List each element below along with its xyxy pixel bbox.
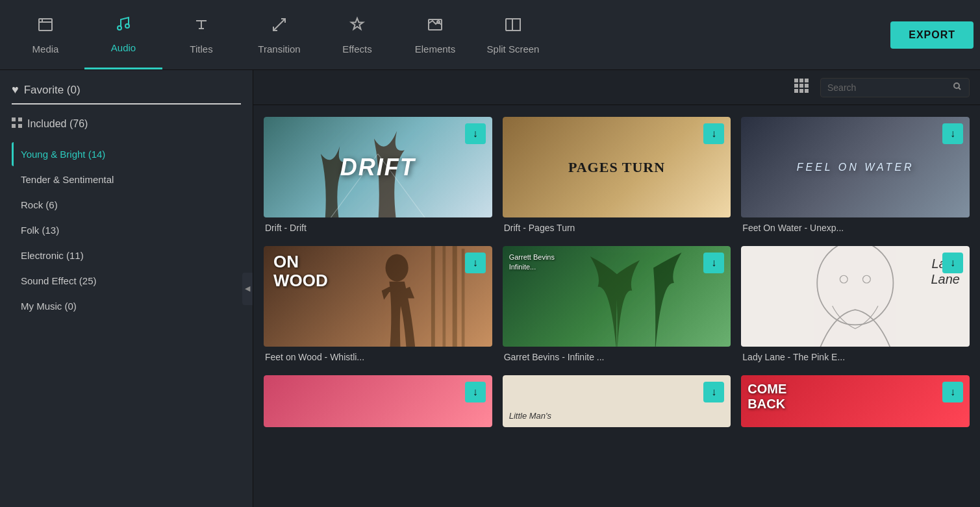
media-icon: [36, 16, 55, 38]
nav-elements-label: Elements: [415, 43, 456, 55]
sidebar-item-electronic-label: Electronic (11): [21, 250, 84, 261]
media-label-drift-pages: Drift - Pages Turn: [503, 217, 731, 236]
search-input[interactable]: [827, 82, 948, 93]
download-badge-feet-wood[interactable]: ↓: [465, 253, 486, 273]
grid-view-button[interactable]: [789, 76, 814, 99]
grid-dots-icon: [12, 117, 22, 130]
sidebar-item-my-music-label: My Music (0): [21, 301, 77, 312]
media-thumb-feet-water: Feel on Water ↓: [741, 117, 970, 217]
sidebar-item-sound-effect[interactable]: Sound Effect (25): [12, 269, 241, 293]
search-icon[interactable]: [952, 81, 962, 94]
included-title[interactable]: Included (76): [12, 117, 241, 130]
export-button[interactable]: EXPORT: [890, 21, 974, 49]
media-label-garret-infinite: Garret Bevins - Infinite ...: [503, 347, 731, 365]
download-badge-feet-water[interactable]: ↓: [942, 123, 963, 144]
sidebar-scroll: ♥ Favorite (0) Included (76): [0, 70, 253, 507]
media-label-drift-drift: Drift - Drift: [264, 217, 492, 236]
split-screen-icon: [504, 16, 522, 38]
svg-rect-26: [453, 246, 457, 347]
download-badge-lady-lane[interactable]: ↓: [942, 253, 963, 273]
titles-icon: [192, 16, 210, 38]
content-toolbar: [253, 70, 980, 105]
media-thumb-drift-drift: DRIFT ↓: [264, 117, 492, 217]
svg-rect-7: [12, 117, 16, 121]
nav-media[interactable]: Media: [6, 0, 84, 69]
download-badge-drift-drift[interactable]: ↓: [465, 123, 486, 144]
svg-rect-24: [431, 246, 435, 347]
nav-effects[interactable]: Effects: [318, 0, 396, 69]
download-badge-drift-pages[interactable]: ↓: [703, 123, 724, 144]
nav-titles-label: Titles: [190, 43, 212, 55]
audio-icon: [114, 14, 132, 37]
media-label-lady-lane: Lady Lane - The Pink E...: [741, 347, 970, 365]
media-card-lady-lane[interactable]: LadyLane ↓ Lady Lane - The Pink E...: [741, 246, 970, 365]
media-label-feet-wood: Feet on Wood - Whistli...: [264, 347, 492, 365]
svg-rect-9: [12, 124, 16, 128]
svg-rect-13: [805, 79, 809, 82]
search-box: [820, 78, 970, 97]
content-panel: DRIFT ↓ Drift - Drift PAGES TURN ↓ Drift…: [253, 70, 980, 507]
sidebar-item-electronic[interactable]: Electronic (11): [12, 243, 241, 267]
nav-transition-label: Transition: [258, 43, 300, 55]
media-card-drift-pages[interactable]: PAGES TURN ↓ Drift - Pages Turn: [503, 117, 731, 236]
svg-rect-8: [18, 117, 22, 121]
media-card-feet-wood[interactable]: ONWOOD ↓ Feet on Wood - Whistli...: [264, 246, 492, 365]
svg-rect-0: [39, 19, 52, 31]
included-label: Included (76): [27, 118, 88, 130]
media-grid: DRIFT ↓ Drift - Drift PAGES TURN ↓ Drift…: [253, 105, 980, 507]
media-card-garret-infinite[interactable]: Garrett BevinsInfinite... ↓ Garret Bevin…: [503, 246, 731, 365]
svg-rect-16: [805, 84, 809, 88]
nav-titles[interactable]: Titles: [162, 0, 240, 69]
svg-rect-15: [799, 84, 803, 88]
nav-split-screen[interactable]: Split Screen: [474, 0, 552, 69]
media-thumb-lady-lane: LadyLane ↓: [741, 246, 970, 347]
media-thumb-row3c: COMEBACK ↓: [741, 375, 970, 427]
media-thumb-drift-pages: PAGES TURN ↓: [503, 117, 731, 217]
transition-icon: [270, 16, 288, 38]
download-badge-row3b[interactable]: ↓: [703, 382, 724, 402]
sidebar-item-tender[interactable]: Tender & Sentimental: [12, 167, 241, 192]
nav-split-screen-label: Split Screen: [487, 43, 540, 55]
media-thumb-feet-wood: ONWOOD ↓: [264, 246, 492, 347]
svg-point-20: [954, 83, 959, 88]
media-card-row3-b[interactable]: Little Man's ↓: [503, 375, 731, 427]
svg-point-28: [818, 246, 894, 325]
media-card-row3-c[interactable]: COMEBACK ↓: [741, 375, 970, 427]
effects-icon: [348, 16, 366, 38]
svg-rect-18: [799, 89, 803, 93]
svg-rect-25: [442, 246, 446, 347]
media-thumb-garret-infinite: Garrett BevinsInfinite... ↓: [503, 246, 731, 347]
sidebar-item-my-music[interactable]: My Music (0): [12, 294, 241, 318]
media-thumb-row3b: Little Man's ↓: [503, 375, 731, 427]
sidebar-favorite[interactable]: ♥ Favorite (0): [12, 83, 241, 105]
nav-media-label: Media: [32, 43, 59, 55]
download-badge-row3c[interactable]: ↓: [942, 382, 963, 402]
svg-rect-19: [805, 89, 809, 93]
media-card-drift-drift[interactable]: DRIFT ↓ Drift - Drift: [264, 117, 492, 236]
nav-audio[interactable]: Audio: [84, 0, 162, 69]
svg-rect-12: [799, 79, 803, 82]
sidebar: ♥ Favorite (0) Included (76): [0, 70, 253, 507]
heart-icon: ♥: [12, 83, 19, 97]
media-card-feet-water[interactable]: Feel on Water ↓ Feet On Water - Unexp...: [741, 117, 970, 236]
media-card-row3-a[interactable]: ↓: [264, 375, 492, 427]
svg-rect-14: [794, 84, 798, 88]
included-section: Included (76) Young & Bright (14) Tender…: [12, 117, 241, 318]
sidebar-item-young-bright[interactable]: Young & Bright (14): [12, 142, 241, 166]
elements-icon: [426, 16, 444, 38]
nav-elements[interactable]: Elements: [396, 0, 474, 69]
sidebar-collapse-handle[interactable]: ◀: [242, 273, 253, 305]
svg-rect-17: [794, 89, 798, 93]
sidebar-item-rock[interactable]: Rock (6): [12, 193, 241, 217]
svg-point-23: [386, 254, 408, 281]
svg-rect-10: [18, 124, 22, 128]
sidebar-item-sound-effect-label: Sound Effect (25): [21, 275, 96, 286]
svg-marker-3: [351, 18, 363, 29]
download-badge-row3a[interactable]: ↓: [465, 382, 486, 402]
sidebar-item-young-bright-label: Young & Bright (14): [21, 149, 105, 160]
download-badge-garret-infinite[interactable]: ↓: [703, 253, 724, 273]
svg-rect-27: [462, 249, 465, 347]
media-thumb-row3a: ↓: [264, 375, 492, 427]
sidebar-item-folk[interactable]: Folk (13): [12, 218, 241, 242]
nav-transition[interactable]: Transition: [240, 0, 318, 69]
